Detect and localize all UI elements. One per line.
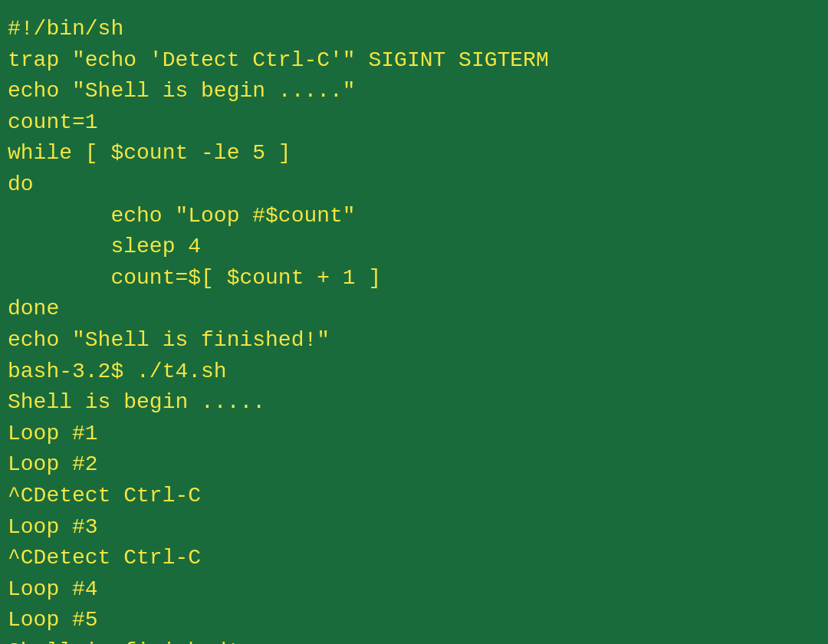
terminal-line-shell_begin: Shell is begin ..... — [8, 387, 820, 419]
terminal-line-ctrlc1: ^CDetect Ctrl-C — [8, 481, 820, 512]
terminal-line-loop2: Loop #2 — [8, 449, 820, 481]
terminal-line-loop5: Loop #5 — [8, 605, 820, 636]
terminal-line-sleep: sleep 4 — [8, 232, 820, 263]
terminal-line-echo_loop: echo "Loop #$count" — [8, 201, 820, 232]
terminal-line-loop4: Loop #4 — [8, 574, 820, 606]
terminal-line-shebang: #!/bin/sh — [8, 14, 820, 45]
terminal-line-prompt: bash-3.2$ ./t4.sh — [8, 356, 820, 388]
terminal-line-ctrlc2: ^CDetect Ctrl-C — [8, 543, 820, 574]
terminal-line-trap: trap "echo 'Detect Ctrl-C'" SIGINT SIGTE… — [8, 45, 820, 77]
terminal-line-shell_done: Shell is finished! — [8, 636, 820, 644]
terminal-line-echo_finish: echo "Shell is finished!" — [8, 325, 820, 356]
terminal-line-do: do — [8, 169, 820, 201]
terminal-line-echo1: echo "Shell is begin ....." — [8, 76, 820, 107]
terminal-line-loop1: Loop #1 — [8, 419, 820, 450]
terminal-line-loop3: Loop #3 — [8, 512, 820, 544]
terminal-line-count_init: count=1 — [8, 107, 820, 139]
terminal-line-while: while [ $count -le 5 ] — [8, 138, 820, 169]
terminal-line-done: done — [8, 294, 820, 325]
terminal-output: #!/bin/shtrap "echo 'Detect Ctrl-C'" SIG… — [8, 14, 820, 644]
terminal-line-count_inc: count=$[ $count + 1 ] — [8, 263, 820, 294]
